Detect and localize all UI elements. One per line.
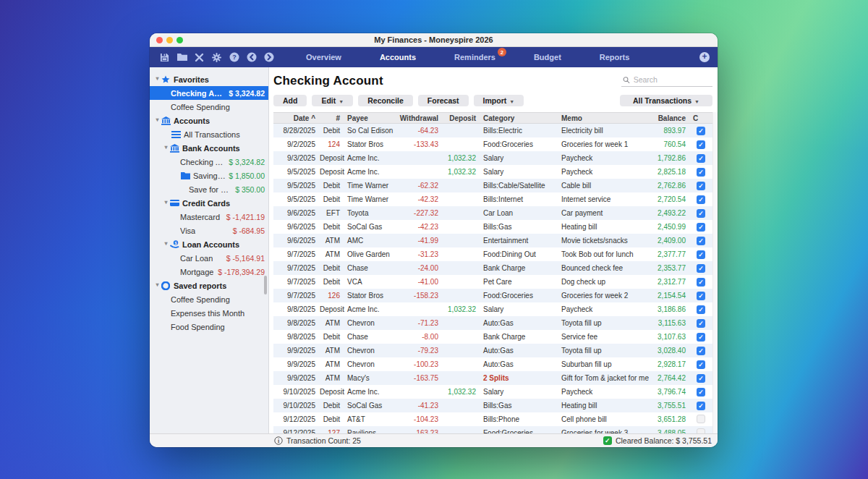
table-row[interactable]: 9/2/2025 124 Stator Bros -133.43 Food:Gr… bbox=[273, 137, 712, 151]
table-row[interactable]: 9/7/2025 Debit Chase -24.00 Bank Charge … bbox=[273, 261, 712, 275]
cleared-checkbox[interactable] bbox=[697, 415, 705, 423]
sidebar-item-coffee-spending[interactable]: ▾ Coffee Spending bbox=[150, 100, 269, 114]
table-row[interactable]: 9/9/2025 ATM Chevron -100.23 Auto:Gas Su… bbox=[273, 357, 712, 371]
import-button[interactable]: Import▼ bbox=[474, 95, 524, 106]
tab-reports[interactable]: Reports bbox=[600, 53, 630, 62]
column-header-category[interactable]: Category bbox=[480, 114, 558, 122]
sidebar-item-credit-cards[interactable]: ▾ Credit Cards bbox=[150, 196, 269, 210]
reconcile-button[interactable]: Reconcile bbox=[358, 95, 413, 106]
forward-icon[interactable] bbox=[263, 52, 274, 63]
sidebar-item-saved-reports[interactable]: ▾ Saved reports bbox=[150, 279, 269, 292]
column-header-payee[interactable]: Payee bbox=[344, 114, 399, 122]
chevron-down-icon[interactable]: ▾ bbox=[163, 199, 169, 205]
cleared-checkbox[interactable]: ✓ bbox=[697, 292, 705, 300]
cleared-checkbox[interactable]: ✓ bbox=[697, 278, 705, 287]
table-header[interactable]: Date ^ # Payee Withdrawal Deposit Catego… bbox=[273, 112, 712, 124]
table-row[interactable]: 9/12/2025 Debit AT&T -104.23 Bills:Phone… bbox=[273, 412, 712, 426]
tab-overview[interactable]: Overview bbox=[306, 53, 341, 62]
column-header-cleared[interactable]: C bbox=[690, 114, 712, 122]
tab-accounts[interactable]: Accounts bbox=[380, 53, 416, 62]
sidebar-item-food-spending[interactable]: ▾ Food Spending bbox=[150, 320, 269, 334]
cleared-checkbox[interactable]: ✓ bbox=[697, 319, 705, 328]
table-row[interactable]: 9/6/2025 Debit SoCal Gas -42.23 Bills:Ga… bbox=[273, 220, 712, 234]
table-row[interactable]: 9/7/2025 Debit VCA -41.00 Pet Care Dog c… bbox=[273, 275, 712, 289]
table-row[interactable]: 9/6/2025 ATM AMC -41.99 Entertainment Mo… bbox=[273, 234, 712, 247]
cleared-checkbox[interactable]: ✓ bbox=[697, 347, 705, 355]
table-row[interactable]: 9/10/2025 Deposit Acme Inc. 1,032.32 Sal… bbox=[273, 385, 712, 399]
cleared-checkbox[interactable]: ✓ bbox=[697, 140, 705, 149]
column-header-num[interactable]: # bbox=[320, 114, 344, 122]
table-row[interactable]: 9/10/2025 Debit SoCal Gas -41.23 Bills:G… bbox=[273, 399, 712, 412]
table-row[interactable]: 9/5/2025 Debit Time Warner -62.32 Bills:… bbox=[273, 179, 712, 192]
column-header-memo[interactable]: Memo bbox=[558, 114, 654, 122]
chevron-down-icon[interactable]: ▾ bbox=[163, 144, 169, 151]
table-row[interactable]: 8/28/2025 Debit So Cal Edison -64.23 Bil… bbox=[273, 124, 712, 137]
table-scrollbar[interactable] bbox=[712, 112, 718, 433]
table-row[interactable]: 9/9/2025 ATM Chevron -79.23 Auto:Gas Toy… bbox=[273, 344, 712, 357]
sidebar-item-save-for-vacati[interactable]: ▾ Save for Vacati... $ 350.00 bbox=[150, 182, 269, 196]
table-row[interactable]: 9/6/2025 EFT Toyota -227.32 Car Loan Car… bbox=[273, 206, 712, 220]
tab-reminders[interactable]: Reminders2 bbox=[454, 53, 495, 62]
tab-budget[interactable]: Budget bbox=[534, 53, 561, 62]
chevron-down-icon[interactable]: ▾ bbox=[154, 116, 161, 123]
cleared-checkbox[interactable]: ✓ bbox=[697, 209, 705, 218]
sidebar-item-savings-account[interactable]: ▾ Savings Account $ 1,850.00 bbox=[150, 169, 269, 182]
table-row[interactable]: 9/7/2025 126 Stator Bros -158.23 Food:Gr… bbox=[273, 289, 712, 302]
all-transactions-filter-button[interactable]: All Transactions▼ bbox=[620, 95, 712, 106]
cleared-checkbox[interactable]: ✓ bbox=[697, 250, 705, 259]
save-icon[interactable] bbox=[159, 52, 170, 63]
sidebar-item-coffee-spending[interactable]: ▾ Coffee Spending bbox=[150, 292, 269, 306]
table-row[interactable]: 9/9/2025 ATM Macy's -163.75 2 Splits Gif… bbox=[273, 371, 712, 385]
table-row[interactable]: 9/8/2025 Debit Chase -8.00 Bank Charge S… bbox=[273, 330, 712, 344]
cleared-checkbox[interactable]: ✓ bbox=[697, 388, 705, 397]
cleared-checkbox[interactable]: ✓ bbox=[697, 402, 705, 410]
table-row[interactable]: 9/8/2025 ATM Chevron -71.23 Auto:Gas Toy… bbox=[273, 316, 712, 330]
sidebar-item-expenses-this-month[interactable]: ▾ Expenses this Month bbox=[150, 306, 269, 320]
forecast-button[interactable]: Forecast bbox=[418, 95, 469, 106]
column-header-deposit[interactable]: Deposit bbox=[443, 114, 480, 122]
sidebar-item-checking-account[interactable]: ▾ Checking Account $ 3,324.82 bbox=[150, 155, 269, 169]
cleared-checkbox[interactable]: ✓ bbox=[697, 127, 705, 135]
cleared-checkbox[interactable]: ✓ bbox=[697, 223, 705, 232]
table-row[interactable]: 9/8/2025 Deposit Acme Inc. 1,032.32 Sala… bbox=[273, 302, 712, 316]
open-folder-icon[interactable] bbox=[176, 52, 187, 63]
add-account-icon[interactable]: + bbox=[699, 52, 710, 62]
tools-icon[interactable] bbox=[194, 52, 205, 63]
sidebar-item-mortgage[interactable]: ▾ Mortgage $ -178,394.29 bbox=[150, 265, 269, 279]
sidebar-scrollbar[interactable] bbox=[264, 276, 267, 294]
add-button[interactable]: Add bbox=[273, 95, 307, 106]
cleared-checkbox[interactable]: ✓ bbox=[697, 154, 705, 163]
column-header-balance[interactable]: Balance bbox=[654, 114, 690, 122]
sidebar-item-all-transactions[interactable]: ▾ All Transactions bbox=[150, 127, 269, 141]
sidebar-item-loan-accounts[interactable]: ▾ $ Loan Accounts bbox=[150, 237, 269, 251]
chevron-down-icon[interactable]: ▾ bbox=[163, 240, 169, 247]
cleared-checkbox[interactable]: ✓ bbox=[697, 264, 705, 273]
table-row[interactable]: 9/5/2025 Deposit Acme Inc. 1,032.32 Sala… bbox=[273, 165, 712, 179]
cleared-checkbox[interactable]: ✓ bbox=[697, 237, 705, 245]
sidebar-item-visa[interactable]: ▾ Visa $ -684.95 bbox=[150, 224, 269, 237]
search-input[interactable] bbox=[634, 75, 711, 84]
cleared-checkbox[interactable]: ✓ bbox=[697, 374, 705, 383]
table-row[interactable]: 9/5/2025 Debit Time Warner -42.32 Bills:… bbox=[273, 192, 712, 206]
cleared-checkbox[interactable]: ✓ bbox=[697, 182, 705, 190]
column-header-date[interactable]: Date ^ bbox=[278, 114, 320, 122]
sidebar-item-bank-accounts[interactable]: ▾ Bank Accounts bbox=[150, 141, 269, 155]
cleared-checkbox[interactable]: ✓ bbox=[697, 195, 705, 204]
cleared-checkbox[interactable]: ✓ bbox=[697, 333, 705, 342]
cleared-checkbox[interactable] bbox=[697, 428, 705, 434]
column-header-withdrawal[interactable]: Withdrawal bbox=[399, 114, 443, 122]
sidebar-item-mastercard[interactable]: ▾ Mastercard $ -1,421.19 bbox=[150, 210, 269, 224]
sidebar-item-favorites[interactable]: ▾ Favorites bbox=[150, 72, 269, 86]
table-row[interactable]: 9/3/2025 Deposit Acme Inc. 1,032.32 Sala… bbox=[273, 151, 712, 165]
back-icon[interactable] bbox=[246, 52, 257, 63]
table-row[interactable]: 9/12/2025 127 Pavilions -163.23 Food:Gro… bbox=[273, 426, 712, 433]
help-icon[interactable]: ? bbox=[229, 52, 239, 63]
sidebar-item-checking-account[interactable]: ▾ Checking Account $ 3,324.82 bbox=[150, 86, 269, 100]
table-row[interactable]: 9/7/2025 ATM Olive Garden -31.23 Food:Di… bbox=[273, 247, 712, 261]
cleared-checkbox[interactable]: ✓ bbox=[697, 305, 705, 314]
sidebar-item-car-loan[interactable]: ▾ Car Loan $ -5,164.91 bbox=[150, 251, 269, 265]
settings-gear-icon[interactable] bbox=[211, 52, 222, 63]
edit-button[interactable]: Edit▼ bbox=[312, 95, 353, 106]
cleared-checkbox[interactable]: ✓ bbox=[697, 360, 705, 369]
search-box[interactable] bbox=[621, 74, 712, 87]
